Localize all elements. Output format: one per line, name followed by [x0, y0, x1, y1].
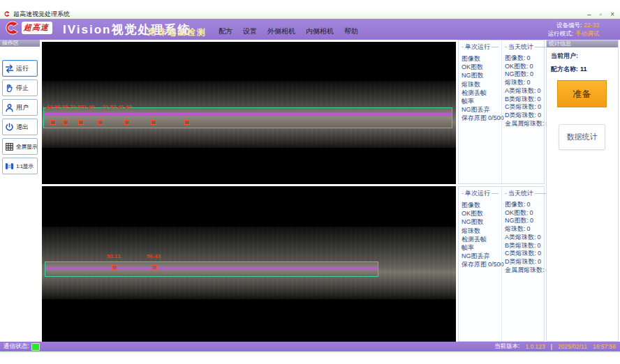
version-value: 1.0.123 — [525, 343, 545, 350]
data-statistics-button[interactable]: 数据统计 — [559, 124, 605, 150]
power-icon — [3, 121, 15, 132]
stat-row: D类熔珠数:0 — [505, 258, 549, 266]
stat-row: B类熔珠数:0 — [505, 96, 549, 104]
stat-row: OK图数:0 — [505, 63, 549, 71]
annotation-left: 44.98,85.79,531.49 — [46, 104, 94, 110]
user-button-label: 用户 — [16, 103, 29, 112]
stop-button[interactable]: 停止 — [2, 79, 38, 96]
stat-row: 检测丢帧 — [462, 235, 499, 243]
stat-row: NG图数:0 — [505, 70, 549, 79]
device-number-value: 22-33 — [584, 22, 599, 29]
window-controls: – ▫ × — [587, 10, 614, 19]
camera-view-top[interactable]: 44.98,85.79,531.49 31.53,41.49 — [42, 42, 456, 184]
defect-marker — [98, 120, 103, 125]
stat-row: 熔珠数 — [462, 227, 499, 235]
stat-row: 帧率 — [462, 243, 499, 252]
stat-row: OK图数 — [462, 63, 499, 71]
run-mode-value: 手动调试 — [575, 30, 599, 37]
single-run-title: 单次运行 — [462, 43, 499, 52]
today-stats-column: 当天统计 图像数:0OK图数:0NG图数:0熔珠数:0A类熔珠数:0B类熔珠数:… — [501, 40, 552, 183]
device-number-line: 设备编号:22-33 — [548, 21, 599, 29]
stat-row: C类熔珠数:0 — [505, 250, 549, 258]
stats-panel-top: 单次运行 图像数OK图数NG图数熔珠数检测丢帧帧率NG图丢弃保存原图0/500 … — [458, 40, 545, 184]
ready-button[interactable]: 准备 — [557, 80, 607, 107]
fullscreen-button-label: 全屏显示 — [16, 143, 37, 151]
today-stats-title: 当天统计 — [505, 43, 549, 52]
defect-marker — [184, 120, 190, 125]
measurement-line — [45, 267, 378, 269]
statistics-info-panel: 统计信息 当前用户: 配方名称:11 准备 数据统计 — [546, 40, 619, 342]
main-window: 超高速视觉处理系统 – ▫ × 超高速 IVision视觉处理系统 熔珠端面检测… — [0, 0, 620, 364]
run-button[interactable]: 运行 — [2, 60, 38, 77]
version-info: 当前版本: 1.0.123 | 2025/02/11 16:57:56 — [494, 342, 616, 351]
stat-row: 熔珠数:0 — [505, 79, 549, 87]
stat-row: 熔珠数:0 — [505, 225, 549, 234]
page-subtitle: 熔珠端面检测 — [148, 26, 207, 38]
marker-value-1: 53.11 — [107, 253, 121, 259]
app-logo-icon — [3, 10, 10, 17]
date-value: 2025/02/11 — [558, 343, 587, 350]
comm-status: 通信状态: — [3, 342, 40, 351]
fullscreen-grid-icon — [3, 141, 15, 152]
brand-logo-text: 超高速 — [22, 22, 52, 34]
bottom-accent-line — [0, 351, 620, 353]
current-user-label: 当前用户: — [551, 52, 578, 59]
single-run-title: 单次运行 — [462, 189, 499, 198]
run-mode-label: 运行模式: — [548, 30, 573, 37]
one-to-one-icon — [3, 160, 15, 172]
menu-item[interactable]: 配方 — [219, 26, 232, 36]
defect-marker — [124, 120, 130, 125]
stat-row: NG图丢弃 — [462, 105, 499, 114]
run-icon — [3, 63, 15, 74]
user-button[interactable]: 用户 — [2, 99, 38, 116]
recipe-name-label: 配方名称: — [551, 66, 578, 73]
defect-marker — [63, 120, 68, 125]
single-run-column: 单次运行 图像数OK图数NG图数熔珠数检测丢帧帧率NG图丢弃保存原图0/500 — [459, 187, 501, 341]
detection-roi-rect — [45, 261, 378, 277]
stat-row: NG图数:0 — [505, 217, 549, 225]
defect-marker — [50, 120, 56, 125]
one-to-one-button-label: 1:1显示 — [16, 162, 34, 170]
close-button[interactable]: × — [610, 11, 614, 18]
detection-roi-rect — [43, 107, 452, 128]
stat-row: 帧率 — [462, 97, 499, 105]
comm-status-led — [31, 343, 40, 351]
current-user-line: 当前用户: — [551, 52, 618, 61]
exit-button-label: 退出 — [16, 123, 29, 132]
exit-button[interactable]: 退出 — [2, 119, 38, 135]
defect-marker — [112, 265, 117, 270]
stat-row: NG图丢弃 — [462, 252, 499, 260]
menu-item[interactable]: 外侧相机 — [267, 26, 295, 36]
comm-status-label: 通信状态: — [3, 342, 29, 351]
menu-item[interactable]: 设置 — [243, 26, 257, 36]
stat-row: NG图数 — [462, 71, 499, 79]
brand-logo: 超高速 — [3, 20, 52, 36]
stat-row: A类熔珠数:0 — [505, 234, 549, 242]
minimize-button[interactable]: – — [587, 11, 591, 18]
measurement-line — [44, 113, 452, 115]
app-header: 超高速 IVision视觉处理系统 熔珠端面检测 配方设置外侧相机内侧相机帮助 … — [0, 19, 620, 40]
one-to-one-button[interactable]: 1:1显示 — [2, 158, 38, 174]
fullscreen-button[interactable]: 全屏显示 — [2, 138, 38, 155]
defect-marker — [78, 120, 84, 125]
restore-button[interactable]: ▫ — [600, 11, 603, 18]
version-label: 当前版本: — [494, 342, 519, 351]
stat-row: 图像数 — [462, 54, 499, 63]
status-bar: 通信状态: 当前版本: 1.0.123 | 2025/02/11 16:57:5… — [0, 342, 620, 351]
marker-value-2: 56.43 — [147, 253, 161, 259]
stat-row: A类熔珠数:0 — [505, 87, 549, 96]
stat-row: 图像数:0 — [505, 54, 549, 63]
stat-row: 检测丢帧 — [462, 89, 499, 97]
today-stats-column: 当天统计 图像数:0OK图数:0NG图数:0熔珠数:0A类熔珠数:0B类熔珠数:… — [501, 187, 552, 341]
menu-item[interactable]: 内侧相机 — [306, 26, 334, 36]
stat-row: 保存原图0/500 — [462, 260, 499, 268]
single-run-column: 单次运行 图像数OK图数NG图数熔珠数检测丢帧帧率NG图丢弃保存原图0/500 — [459, 40, 501, 183]
stat-row: B类熔珠数:0 — [505, 242, 549, 250]
sidebar-title: 操作区 — [0, 40, 40, 47]
defect-marker — [151, 120, 156, 125]
camera-view-bottom[interactable]: 53.11 56.43 — [42, 186, 456, 342]
menu-item[interactable]: 帮助 — [344, 26, 358, 36]
separator: | — [551, 343, 552, 350]
stat-row: OK图数 — [462, 209, 499, 218]
stat-row: 图像数:0 — [505, 201, 549, 209]
